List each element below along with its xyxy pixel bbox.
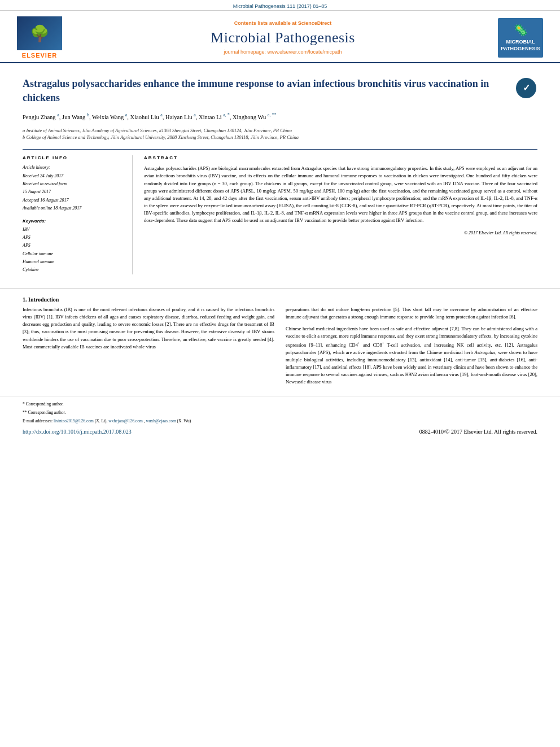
intro-para-right-1: preparations that do not induce long-ter…	[286, 306, 537, 321]
article-title-block: Astragalus polysaccharides enhance the i…	[23, 77, 537, 105]
section-title-text: Introduction	[28, 296, 59, 303]
footer-links: http://dx.doi.org/10.1016/j.micpath.2017…	[23, 429, 537, 435]
email2-and: ,	[144, 418, 145, 423]
journal-homepage: journal homepage: www.elsevier.com/locat…	[79, 49, 487, 55]
journal-reference-bar: Microbial Pathogenesis 111 (2017) 81–85	[0, 0, 560, 11]
science-direct-link: Contents lists available at ScienceDirec…	[79, 20, 487, 26]
abstract-heading: ABSTRACT	[144, 155, 537, 160]
introduction-two-col: Infectious bronchitis (IB) is one of the…	[23, 306, 537, 391]
intro-left-col: Infectious bronchitis (IB) is one of the…	[23, 306, 274, 391]
authors-list: Pengju Zhang a, Jun Wang b, Weixia Wang …	[23, 112, 537, 122]
issn-text: 0882-4010/© 2017 Elsevier Ltd. All right…	[419, 429, 537, 435]
introduction-section: 1. Introduction Infectious bronchitis (I…	[0, 296, 560, 391]
received-revised-label: Received in revised form	[23, 180, 125, 188]
microbial-pathogenesis-logo: 🦠 MICROBIALPATHOGENESIS	[498, 18, 543, 58]
footer-notes: * Corresponding author. ** Corresponding…	[23, 401, 537, 425]
journal-center-header: Contents lists available at ScienceDirec…	[68, 20, 498, 55]
abstract-text: Astragalus polysaccharides (APS) are bio…	[144, 165, 537, 224]
keywords-title: Keywords:	[23, 219, 125, 224]
microbial-icon: 🦠	[514, 23, 528, 37]
article-history: Article history: Received 24 July 2017 R…	[23, 164, 125, 212]
affiliation-a: a Institute of Animal Sciences, Jilin Ac…	[23, 127, 537, 134]
section-title: 1. Introduction	[23, 296, 537, 303]
accepted-date: Accepted 16 August 2017	[23, 196, 125, 204]
homepage-url[interactable]: www.elsevier.com/locate/micpath	[268, 49, 342, 55]
affiliation-b: b College of Animal Science and Technolo…	[23, 134, 537, 141]
email3-person: (X. Wu)	[177, 418, 191, 423]
intro-right-col: preparations that do not induce long-ter…	[286, 306, 537, 391]
affiliations: a Institute of Animal Sciences, Jilin Ac…	[23, 127, 537, 142]
intro-para-right-2: Chinese herbal medicinal ingredients hav…	[286, 325, 537, 386]
keywords-section: Keywords: IBVAPSAPSCellular immuneHumora…	[23, 219, 125, 274]
email-label: E-mail addresses:	[23, 418, 53, 423]
history-label: Article history:	[23, 164, 125, 172]
crossmark-icon: ✓	[516, 78, 536, 98]
crossmark-badge[interactable]: ✓	[515, 77, 537, 99]
journal-header: 🌳 ELSEVIER Contents lists available at S…	[0, 11, 560, 63]
article-title-text: Astragalus polysaccharides enhance the i…	[23, 77, 515, 105]
email-addresses: E-mail addresses: lixintao2015@126.com (…	[23, 418, 537, 425]
microbial-logo-text: MICROBIALPATHOGENESIS	[501, 39, 540, 52]
section-divider	[0, 288, 560, 289]
article-body: ARTICLE INFO Article history: Received 2…	[23, 149, 537, 274]
page: Microbial Pathogenesis 111 (2017) 81–85 …	[0, 0, 560, 747]
doi-link[interactable]: http://dx.doi.org/10.1016/j.micpath.2017…	[23, 429, 132, 435]
keywords-list: IBVAPSAPSCellular immuneHumoral immuneCy…	[23, 226, 125, 274]
abstract-body: Astragalus polysaccharides (APS) are bio…	[144, 165, 537, 223]
copyright-note: © 2017 Elsevier Ltd. All rights reserved…	[144, 230, 537, 235]
elsevier-logo-box: 🌳	[17, 16, 62, 50]
journal-reference: Microbial Pathogenesis 111 (2017) 81–85	[233, 3, 327, 9]
article-info-heading: ARTICLE INFO	[23, 155, 125, 160]
elsevier-brand-name: ELSEVIER	[22, 52, 57, 59]
abstract-column: ABSTRACT Astragalus polysaccharides (APS…	[144, 155, 537, 274]
section-number: 1.	[23, 296, 27, 303]
available-online-date: Available online 18 August 2017	[23, 204, 125, 212]
corresponding-note-1: * Corresponding author.	[23, 401, 537, 408]
corresponding-note-2: ** Corresponding author.	[23, 409, 537, 417]
main-content: Astragalus polysaccharides enhance the i…	[0, 63, 560, 280]
received-revised-date: 15 August 2017	[23, 188, 125, 196]
email-3[interactable]: wuxh@cjaas.com	[146, 418, 176, 423]
page-footer: * Corresponding author. ** Corresponding…	[0, 396, 560, 439]
elsevier-tree-icon: 🌳	[30, 24, 50, 43]
science-direct-name[interactable]: ScienceDirect	[298, 20, 332, 26]
email-2[interactable]: wxhcjass@126.com	[108, 418, 142, 423]
email-1[interactable]: lixintao2015@126.com	[54, 418, 94, 423]
elsevier-logo: 🌳 ELSEVIER	[11, 16, 68, 59]
intro-para-1: Infectious bronchitis (IB) is one of the…	[23, 306, 274, 351]
article-info-column: ARTICLE INFO Article history: Received 2…	[23, 155, 133, 274]
journal-title: Microbial Pathogenesis	[79, 29, 487, 46]
email1-person: (X. Li),	[95, 418, 108, 423]
received-date: Received 24 July 2017	[23, 172, 125, 180]
